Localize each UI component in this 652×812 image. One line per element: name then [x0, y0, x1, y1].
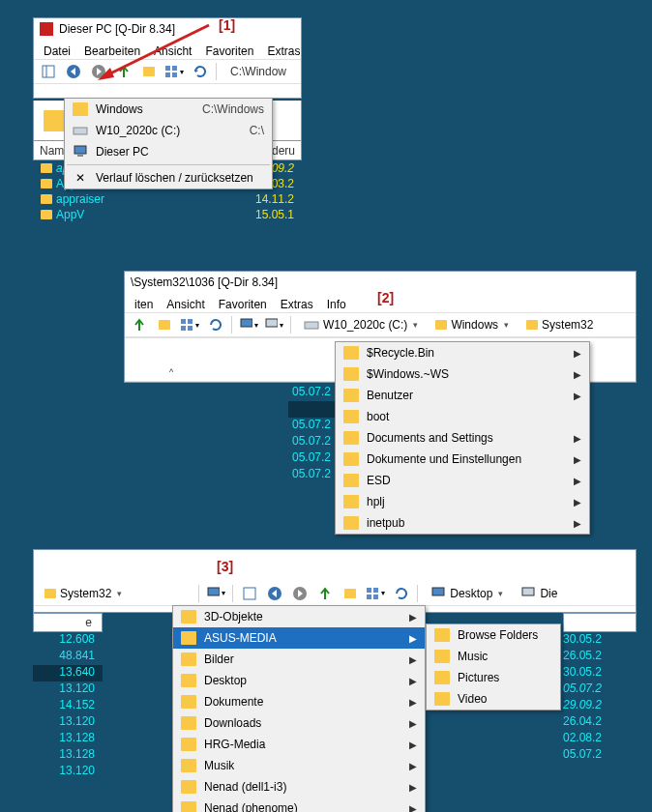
window-title-1: Dieser PC [Q-Dir 8.34] [59, 22, 175, 36]
menu-item[interactable]: Favoriten [219, 298, 267, 311]
folder-item[interactable]: Desktop▶ [173, 670, 425, 691]
folder-item[interactable]: HRG-Media▶ [173, 734, 425, 755]
folder-item[interactable]: Downloads▶ [173, 712, 425, 734]
folder-item[interactable]: Nenad (phenome)▶ [173, 798, 425, 812]
pc-icon [73, 145, 88, 159]
submenu-item[interactable]: Pictures [427, 667, 560, 688]
folder-item[interactable]: Musik▶ [173, 755, 425, 776]
folder-icon [181, 631, 196, 645]
up-button[interactable] [314, 583, 336, 604]
breadcrumb-desktop[interactable]: Desktop▾ [424, 583, 510, 604]
folder-item[interactable]: ASUS-MEDIA▶ [173, 627, 425, 649]
folder-icon [343, 474, 359, 487]
folder-icon [343, 431, 359, 445]
refresh-button[interactable] [189, 61, 210, 82]
breadcrumb-system32-left[interactable]: System32▾ [38, 583, 129, 604]
layout-button[interactable]: ▾ [365, 583, 386, 604]
menu-datei[interactable]: Datei [44, 44, 71, 58]
back-button[interactable] [63, 61, 84, 82]
forward-button[interactable] [88, 61, 109, 82]
folder-item[interactable]: boot [336, 406, 589, 427]
drive-icon [73, 124, 88, 137]
folder-item[interactable]: Dokumente▶ [173, 691, 425, 712]
history-clear[interactable]: ✕Verlauf löschen / zurücksetzen [65, 167, 272, 188]
submenu-item[interactable]: Video [427, 688, 560, 710]
menu-bearbeiten[interactable]: Bearbeiten [84, 44, 140, 58]
svg-rect-20 [244, 588, 255, 599]
history-item[interactable]: Dieser PC [65, 141, 272, 162]
layout-button[interactable]: ▾ [179, 314, 200, 335]
folder-item[interactable]: Documents and Settings▶ [336, 427, 589, 449]
refresh-button[interactable] [390, 583, 411, 604]
menu-item[interactable]: Info [327, 298, 346, 311]
svg-rect-9 [74, 146, 86, 154]
size-value: 14.152 [33, 698, 103, 714]
titlebar-1: Dieser PC [Q-Dir 8.34] [34, 18, 301, 40]
file-row[interactable]: AppV15.05.1 [33, 207, 302, 222]
view-button[interactable] [38, 61, 59, 82]
folder-item[interactable]: hplj▶ [336, 491, 589, 512]
file-row[interactable]: appraiser14.11.2 [33, 191, 302, 207]
explorer-button[interactable] [340, 583, 361, 604]
submenu-item[interactable]: Browse Folders [427, 624, 560, 646]
pc-button[interactable]: ▾ [205, 583, 226, 604]
folder-dropdown-2[interactable]: $Recycle.Bin▶$Windows.~WS▶Benutzer▶bootD… [335, 341, 590, 535]
folder-item[interactable]: Bilder▶ [173, 649, 425, 670]
folder-icon [181, 780, 196, 794]
breadcrumb-die[interactable]: Die [514, 583, 564, 604]
menu-item[interactable]: iten [134, 298, 153, 311]
refresh-button[interactable] [204, 314, 225, 335]
annotation-1: [1] [219, 17, 235, 33]
view-button[interactable] [239, 583, 260, 604]
col-header-right-3[interactable] [563, 613, 637, 632]
back-button[interactable] [264, 583, 285, 604]
folder-item[interactable]: $Recycle.Bin▶ [336, 342, 589, 363]
folder-item[interactable]: 3D-Objekte▶ [173, 606, 425, 627]
folder-item[interactable]: $Windows.~WS▶ [336, 363, 589, 385]
explorer-button[interactable] [154, 314, 175, 335]
menu-item[interactable]: Extras [281, 298, 313, 311]
pc-button[interactable]: ▾ [238, 314, 259, 335]
history-item[interactable]: WindowsC:\Windows [65, 99, 272, 120]
size-value: 13.640 [33, 665, 103, 682]
history-item[interactable]: W10_2020c (C:)C:\ [65, 120, 272, 141]
asus-submenu[interactable]: Browse FoldersMusicPicturesVideo [426, 624, 561, 710]
history-dropdown[interactable]: WindowsC:\Windows W10_2020c (C:)C:\ Dies… [64, 98, 273, 189]
layout-button[interactable]: ▾ [163, 61, 185, 82]
pc-button-2[interactable]: ▾ [263, 314, 284, 335]
menu-favoriten[interactable]: Favoriten [205, 44, 253, 58]
annotation-3: [3] [217, 559, 233, 574]
menu-item[interactable]: Ansicht [166, 298, 204, 311]
folder-item[interactable]: ESD▶ [336, 470, 589, 491]
submenu-item[interactable]: Music [427, 646, 560, 667]
menu-extras[interactable]: Extras [267, 44, 300, 58]
folder-item[interactable]: inetpub▶ [336, 512, 589, 534]
breadcrumb-drive[interactable]: W10_2020c (C:)▾ [297, 314, 425, 335]
forward-button[interactable] [289, 583, 311, 604]
menu-ansicht[interactable]: Ansicht [154, 44, 192, 58]
breadcrumb-system32[interactable]: System32 [519, 314, 600, 335]
size-value: 13.120 [33, 714, 103, 731]
date-value: 02.08.2 [563, 731, 621, 747]
breadcrumb-windows[interactable]: Windows▾ [429, 314, 516, 335]
date-value: 30.05.2 [563, 632, 621, 649]
folder-icon [181, 738, 196, 751]
col-name[interactable]: Nam [40, 144, 64, 158]
desktop-dropdown[interactable]: 3D-Objekte▶ASUS-MEDIA▶Bilder▶Desktop▶Dok… [172, 605, 426, 812]
up-button[interactable] [129, 314, 150, 335]
explorer-button[interactable] [138, 61, 160, 82]
address-bar-1[interactable]: C:\Window [222, 65, 297, 78]
folder-icon [343, 410, 359, 423]
up-button[interactable] [113, 61, 134, 82]
col-header-left-3[interactable]: e [33, 613, 103, 632]
size-value: 13.128 [33, 747, 103, 764]
folder-icon [343, 367, 359, 381]
toolbar-3: System32▾ ▾ ▾ Desktop▾ Die [34, 581, 636, 606]
sort-indicator: ^ [169, 367, 173, 377]
size-value: 48.841 [33, 649, 103, 665]
folder-item[interactable]: Dokumente und Einstellungen▶ [336, 449, 589, 470]
folder-item[interactable]: Nenad (dell1-i3)▶ [173, 776, 425, 798]
folder-item[interactable]: Benutzer▶ [336, 385, 589, 406]
menubar-1[interactable]: Datei Bearbeiten Ansicht Favoriten Extra… [34, 40, 301, 59]
svg-rect-19 [208, 588, 220, 595]
